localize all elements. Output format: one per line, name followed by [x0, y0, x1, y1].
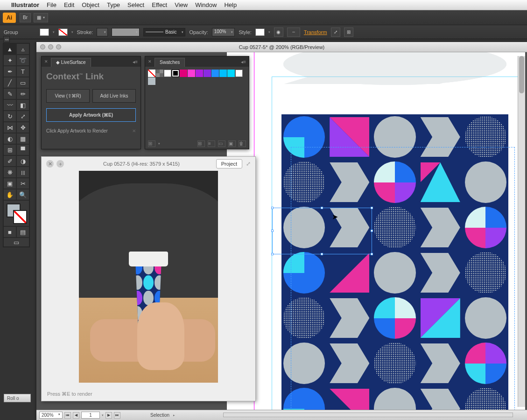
nav-last-icon[interactable]: ⏭: [114, 412, 120, 419]
swatches-grid[interactable]: [145, 67, 249, 88]
nav-first-icon[interactable]: ⏮: [64, 412, 71, 419]
scale-tool[interactable]: ⤢: [16, 111, 29, 122]
shape-builder-tool[interactable]: ◐: [3, 133, 16, 144]
preview-close-icon[interactable]: ✕: [46, 160, 54, 168]
mesh-tool[interactable]: ⊞: [3, 144, 16, 155]
menu-file[interactable]: File: [47, 1, 56, 8]
menu-view[interactable]: View: [175, 1, 188, 8]
align-icon[interactable]: ⎓: [287, 28, 300, 37]
tools-collapse-icon[interactable]: ◂◂: [3, 36, 10, 42]
type-tool[interactable]: T: [16, 66, 29, 77]
menu-edit[interactable]: Edit: [64, 1, 74, 8]
new-swatch-icon[interactable]: ▣: [228, 140, 236, 147]
nav-next-icon[interactable]: ▶: [105, 412, 112, 419]
blob-brush-tool[interactable]: 〰: [3, 99, 16, 111]
lasso-tool[interactable]: ➰: [16, 55, 29, 66]
edit-icon[interactable]: ⊞: [344, 28, 353, 37]
bridge-button[interactable]: Br: [20, 13, 31, 22]
swatch-libraries-icon[interactable]: ⊞: [148, 140, 155, 147]
menu-effect[interactable]: Effect: [152, 1, 167, 8]
panel-menu-icon[interactable]: ◂≡: [241, 59, 246, 64]
slice-tool[interactable]: ✂: [16, 178, 29, 189]
style-swatch[interactable]: [255, 28, 265, 36]
stroke-swatch[interactable]: [58, 28, 68, 36]
panel-menu-icon[interactable]: ◂≡: [133, 59, 138, 64]
artboard-number-field[interactable]: 1: [81, 412, 100, 419]
hand-tool[interactable]: ✋: [3, 189, 16, 200]
swatch-item[interactable]: [227, 70, 235, 77]
fill-swatch[interactable]: [40, 28, 49, 36]
swatch-item[interactable]: [204, 70, 211, 77]
blend-tool[interactable]: ◑: [16, 155, 29, 167]
fill-stroke-colors[interactable]: [3, 200, 29, 226]
panel-close-icon[interactable]: ✕: [44, 59, 48, 64]
swatch-kinds-icon[interactable]: ⊞: [197, 140, 205, 147]
livesurface-tab[interactable]: ◆ LiveSurface: [51, 58, 91, 67]
delete-swatch-icon[interactable]: 🗑: [239, 140, 246, 147]
new-color-group-icon[interactable]: ▭: [218, 140, 225, 147]
eyedropper-tool[interactable]: ✐: [3, 155, 16, 167]
window-traffic-lights[interactable]: [40, 44, 61, 49]
eraser-tool[interactable]: ◧: [16, 99, 29, 111]
menu-select[interactable]: Select: [127, 1, 144, 8]
swatch-item[interactable]: [196, 70, 203, 77]
expand-icon[interactable]: ⤢: [246, 161, 251, 167]
swatch-item[interactable]: [148, 77, 155, 85]
swatches-tab[interactable]: Swatches: [155, 58, 185, 67]
canvas[interactable]: ➤: [227, 52, 525, 410]
view-button[interactable]: View (⇧⌘R): [46, 89, 90, 103]
preview-add-icon[interactable]: ＋: [56, 160, 64, 168]
selection-tool[interactable]: ▲: [3, 43, 16, 55]
free-transform-tool[interactable]: ✥: [16, 122, 29, 133]
menu-object[interactable]: Object: [82, 1, 99, 8]
magic-wand-tool[interactable]: ✦: [3, 55, 16, 66]
vertical-scrollbar[interactable]: [518, 56, 525, 407]
opacity-field[interactable]: 100%▾: [212, 28, 235, 36]
project-button[interactable]: Project: [216, 159, 242, 168]
swatch-item[interactable]: [188, 70, 195, 77]
artboard-tool[interactable]: ▣: [3, 178, 16, 189]
swatch-registration[interactable]: [156, 70, 163, 77]
zoom-tool[interactable]: 🔍: [16, 189, 29, 200]
app-menu[interactable]: Illustrator: [11, 1, 39, 8]
transform-link[interactable]: Transform: [304, 29, 327, 35]
isolate-icon[interactable]: ⤢: [331, 28, 340, 37]
menu-type[interactable]: Type: [107, 1, 120, 8]
swatch-item[interactable]: [211, 70, 219, 77]
pen-tool[interactable]: ✒: [3, 66, 16, 77]
swatch-white[interactable]: [164, 70, 171, 77]
gradient-mode-icon[interactable]: ▤: [16, 226, 29, 238]
panel-close-icon[interactable]: ✕: [148, 59, 152, 64]
line-tool[interactable]: ╱: [3, 77, 16, 88]
menu-help[interactable]: Help: [224, 1, 237, 8]
document-titlebar[interactable]: Cup 0527-5* @ 200% (RGB/Preview): [36, 42, 527, 52]
direct-selection-tool[interactable]: ▵: [16, 43, 29, 55]
menu-window[interactable]: Window: [195, 1, 217, 8]
hint-close-icon[interactable]: ✕: [132, 128, 136, 133]
recolor-artwork-icon[interactable]: ◉: [274, 28, 283, 37]
perspective-tool[interactable]: ▦: [16, 133, 29, 144]
width-tool[interactable]: ⋈: [3, 122, 16, 133]
rotate-tool[interactable]: ↻: [3, 111, 16, 122]
nav-prev-icon[interactable]: ◀: [73, 412, 79, 419]
symbol-sprayer-tool[interactable]: ❋: [3, 167, 16, 178]
add-live-inks-button[interactable]: Add Live Inks: [92, 89, 136, 103]
swatch-item[interactable]: [219, 70, 227, 77]
swatch-options-icon[interactable]: ≡: [208, 140, 215, 147]
apply-artwork-button[interactable]: Apply Artwork (⌘E): [46, 108, 136, 122]
swatch-item[interactable]: [235, 70, 243, 77]
selection-bounding-box[interactable]: [272, 208, 372, 254]
horizontal-scrollbar[interactable]: [223, 413, 513, 417]
brush-definition[interactable]: Basic▾: [143, 28, 185, 36]
swatch-item[interactable]: [180, 70, 187, 77]
gradient-tool[interactable]: ▀: [16, 144, 29, 155]
stroke-color-icon[interactable]: [13, 210, 27, 224]
swatch-black[interactable]: [172, 70, 179, 77]
swatch-none[interactable]: [148, 70, 155, 77]
rectangle-tool[interactable]: ▭: [16, 77, 29, 88]
arrange-documents-button[interactable]: ▦▾: [34, 13, 48, 22]
pencil-tool[interactable]: ✏: [16, 88, 29, 99]
zoom-field[interactable]: 200%▾: [39, 412, 63, 419]
variable-width-profile[interactable]: ▾: [112, 28, 140, 36]
color-mode-icon[interactable]: ■: [3, 226, 16, 238]
